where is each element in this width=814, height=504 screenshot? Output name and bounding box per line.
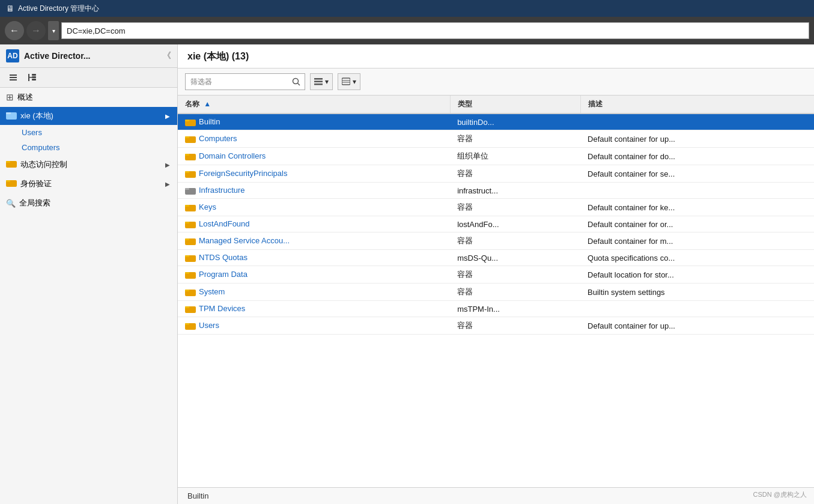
sidebar-auth-label: 身份验证 <box>20 178 52 189</box>
svg-rect-41 <box>185 272 189 274</box>
list-view-icon <box>8 73 18 82</box>
svg-rect-29 <box>185 171 189 173</box>
svg-rect-4 <box>29 77 32 78</box>
forward-button[interactable]: → <box>26 21 46 40</box>
svg-line-15 <box>298 83 300 86</box>
sidebar-search-label: 全局搜索 <box>19 198 50 208</box>
sidebar-item-overview[interactable]: ⊞ 概述 <box>0 88 177 107</box>
watermark: CSDN @虎构之人 <box>753 490 807 499</box>
title-bar: 🖥 Active Directory 管理中心 <box>0 0 814 17</box>
svg-rect-47 <box>185 323 189 325</box>
row-type-label: 组织单位 <box>450 148 580 165</box>
folder-icon-dynamic <box>6 159 17 170</box>
table-row[interactable]: Domain Controllers组织单位Default container … <box>178 148 814 165</box>
row-desc-label: Builtin system settings <box>580 284 814 301</box>
bottom-status-bar: Builtin <box>178 487 814 504</box>
row-name-label: Managed Service Accou... <box>199 236 290 245</box>
table-row[interactable]: Managed Service Accou...容器Default contai… <box>178 232 814 250</box>
table-row[interactable]: Computers容器Default container for up... <box>178 130 814 148</box>
folder-icon <box>185 270 199 279</box>
folder-icon <box>185 202 199 211</box>
nav-dropdown-button[interactable]: ▾ <box>48 21 59 40</box>
row-desc-label <box>580 114 814 130</box>
row-desc-label: Default location for stor... <box>580 266 814 284</box>
table-row[interactable]: ForeignSecurityPrincipals容器Default conta… <box>178 165 814 183</box>
filter-input[interactable] <box>186 77 288 86</box>
folder-icon <box>185 151 199 160</box>
content-title: xie (本地) (13) <box>187 51 249 61</box>
folder-icon <box>185 253 199 262</box>
view-details-button[interactable]: ▾ <box>338 73 360 90</box>
sidebar-item-dynamic[interactable]: 动态访问控制 ▶ <box>0 155 177 174</box>
sidebar-list-view-btn[interactable] <box>5 70 22 85</box>
svg-rect-43 <box>185 290 189 291</box>
folder-icon <box>185 287 199 296</box>
back-button[interactable]: ← <box>5 21 24 40</box>
svg-rect-16 <box>314 78 323 80</box>
sidebar: AD Active Director... 《 <box>0 44 178 504</box>
svg-rect-6 <box>32 76 36 78</box>
app-icon: 🖥 <box>6 4 14 13</box>
arrow-right-dynamic: ▶ <box>165 162 170 168</box>
arrow-right-auth: ▶ <box>165 181 170 187</box>
svg-rect-17 <box>314 81 323 83</box>
table-row[interactable]: BuiltinbuiltinDo... <box>178 114 814 130</box>
row-type-label: 容器 <box>450 199 580 216</box>
svg-rect-18 <box>314 83 323 85</box>
ad-icon: AD <box>6 49 19 62</box>
folder-icon <box>185 134 199 143</box>
table-row[interactable]: Infrastructureinfrastruct... <box>178 183 814 199</box>
content-header: xie (本地) (13) <box>178 44 814 68</box>
sidebar-item-xie[interactable]: xie (本地) ▶ <box>0 107 177 125</box>
arrow-right-icon: ▶ <box>165 113 170 120</box>
row-desc-label: Default container for m... <box>580 232 814 250</box>
table-row[interactable]: Users容器Default container for up... <box>178 317 814 335</box>
nav-bar: ← → ▾ <box>0 17 814 44</box>
row-name-label: TPM Devices <box>199 304 245 313</box>
collapse-button[interactable]: 《 <box>163 50 171 61</box>
col-name[interactable]: 名称 ▲ <box>178 96 450 114</box>
table-row[interactable]: NTDS QuotasmsDS-Qu...Quota specification… <box>178 250 814 266</box>
row-desc-label: Default container for ke... <box>580 199 814 216</box>
view-list-button[interactable]: ▾ <box>310 73 333 90</box>
svg-rect-23 <box>185 120 189 121</box>
row-desc-label: Default container for up... <box>580 130 814 148</box>
row-type-label: 容器 <box>450 284 580 301</box>
row-name-label: Computers <box>199 134 237 143</box>
address-bar[interactable] <box>61 22 809 39</box>
svg-rect-0 <box>10 74 17 76</box>
table-container: 名称 ▲ 类型 描述 BuiltinbuiltinDo...Computers容… <box>178 96 814 487</box>
row-desc-label: Quota specifications co... <box>580 250 814 266</box>
filter-search-button[interactable] <box>288 73 305 90</box>
row-type-label: 容器 <box>450 165 580 183</box>
details-arrow: ▾ <box>353 77 356 86</box>
sidebar-item-global-search[interactable]: 🔍 全局搜索 <box>0 193 177 213</box>
col-desc[interactable]: 描述 <box>580 96 814 114</box>
row-type-label: builtinDo... <box>450 114 580 130</box>
svg-rect-9 <box>6 112 11 114</box>
search-icon: 🔍 <box>6 199 16 208</box>
row-type-label: lostAndFo... <box>450 216 580 232</box>
sidebar-item-auth[interactable]: 身份验证 ▶ <box>0 174 177 193</box>
svg-rect-39 <box>185 255 189 257</box>
folder-icon <box>185 169 199 178</box>
sidebar-subitem-users[interactable]: Users <box>0 125 177 140</box>
svg-rect-5 <box>32 74 36 76</box>
sidebar-header: AD Active Director... 《 <box>0 44 177 68</box>
svg-rect-45 <box>185 306 189 308</box>
content-area: xie (本地) (13) ▾ <box>178 44 814 504</box>
table-row[interactable]: LostAndFoundlostAndFo...Default containe… <box>178 216 814 232</box>
sidebar-subitem-computers[interactable]: Computers <box>0 140 177 155</box>
sidebar-computers-label: Computers <box>22 143 60 152</box>
row-name-label: Infrastructure <box>199 186 245 195</box>
table-row[interactable]: Program Data容器Default location for stor.… <box>178 266 814 284</box>
view-list-arrow: ▾ <box>325 77 329 86</box>
svg-rect-25 <box>185 136 189 138</box>
col-type[interactable]: 类型 <box>450 96 580 114</box>
row-desc-label: Default container for up... <box>580 317 814 335</box>
table-row[interactable]: System容器Builtin system settings <box>178 284 814 301</box>
sidebar-tree-view-btn[interactable] <box>24 70 41 85</box>
table-row[interactable]: TPM DevicesmsTPM-In... <box>178 301 814 317</box>
table-row[interactable]: Keys容器Default container for ke... <box>178 199 814 216</box>
row-desc-label <box>580 301 814 317</box>
